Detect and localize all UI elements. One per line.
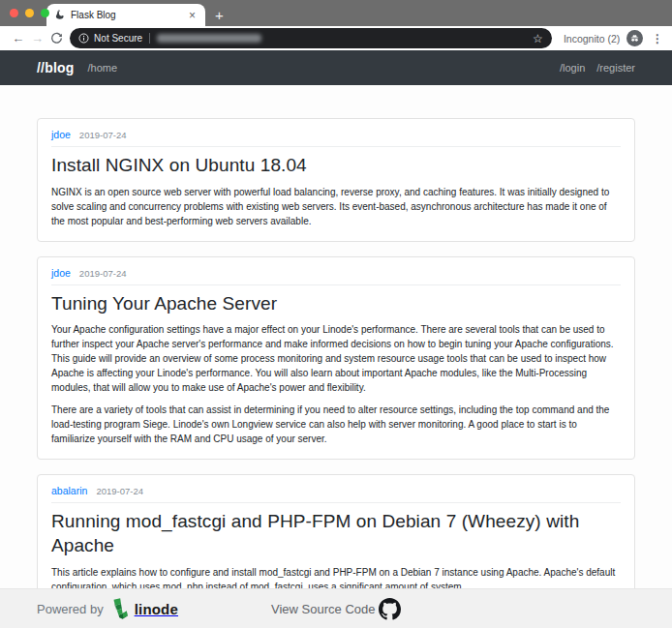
- post-paragraph: There are a variety of tools that can as…: [51, 403, 621, 446]
- post-title[interactable]: Install NGINX on Ubuntu 18.04: [51, 154, 621, 178]
- address-bar[interactable]: Not Secure ☆: [70, 28, 552, 48]
- post-title[interactable]: Running mod_fastcgi and PHP-FPM on Debia…: [51, 510, 594, 557]
- bookmark-star-icon[interactable]: ☆: [533, 33, 543, 45]
- window-controls: [10, 9, 49, 17]
- post-author-link[interactable]: abalarin: [51, 485, 87, 496]
- browser-tab[interactable]: Flask Blog ×: [46, 4, 205, 26]
- post-list: jdoe 2019-07-24 Install NGINX on Ubuntu …: [0, 85, 672, 628]
- forward-icon: →: [28, 32, 47, 45]
- post-meta-divider: [51, 284, 621, 285]
- github-link[interactable]: [379, 598, 401, 620]
- navbar-brand[interactable]: //blog: [37, 60, 75, 75]
- post-paragraph: Your Apache configuration settings have …: [51, 322, 621, 395]
- tab-title: Flask Blog: [71, 10, 187, 20]
- post-date: 2019-07-24: [79, 268, 127, 279]
- omnibox-divider: [149, 33, 150, 44]
- nav-link-home[interactable]: /home: [88, 62, 118, 74]
- post-date: 2019-07-24: [79, 130, 127, 140]
- post-card: jdoe 2019-07-24 Tuning Your Apache Serve…: [37, 256, 635, 461]
- linode-logo-icon: [111, 598, 131, 619]
- back-icon[interactable]: ←: [9, 32, 28, 45]
- nav-link-login[interactable]: /login: [560, 62, 585, 74]
- post-author-link[interactable]: jdoe: [51, 129, 71, 140]
- github-icon: [379, 598, 401, 620]
- info-icon[interactable]: [78, 33, 89, 44]
- browser-menu-icon[interactable]: ⋮: [652, 32, 663, 45]
- post-title[interactable]: Tuning Your Apache Server: [51, 292, 621, 316]
- page-footer: Powered by linode View Source Code: [0, 588, 672, 628]
- linode-wordmark: linode: [135, 601, 178, 617]
- view-source-label[interactable]: View Source Code: [271, 602, 375, 616]
- post-meta-divider: [51, 146, 621, 147]
- nav-link-register[interactable]: /register: [596, 62, 635, 74]
- powered-by-label: Powered by: [37, 602, 104, 616]
- linode-logo-link[interactable]: linode: [111, 598, 178, 619]
- window-close-button[interactable]: [10, 9, 18, 17]
- new-tab-icon[interactable]: +: [215, 8, 224, 22]
- post-card: jdoe 2019-07-24 Install NGINX on Ubuntu …: [37, 118, 635, 242]
- incognito-label: Incognito (2): [564, 33, 620, 45]
- post-date: 2019-07-24: [96, 486, 143, 496]
- window-minimize-button[interactable]: [25, 9, 34, 17]
- post-author-link[interactable]: jdoe: [51, 267, 71, 279]
- incognito-icon[interactable]: [626, 30, 643, 46]
- post-meta-divider: [51, 502, 621, 503]
- site-navbar: //blog /home /login /register: [0, 50, 672, 85]
- window-zoom-button[interactable]: [41, 9, 49, 17]
- flask-favicon-icon: [54, 10, 65, 20]
- post-paragraph: NGINX is an open source web server with …: [51, 185, 621, 228]
- tab-close-icon[interactable]: ×: [187, 10, 198, 21]
- security-label: Not Secure: [94, 33, 142, 44]
- url-redacted: [157, 34, 261, 43]
- reload-icon[interactable]: [46, 32, 66, 45]
- browser-toolbar: ← → Not Secure ☆ Incognito (2) ⋮: [0, 26, 672, 50]
- browser-tab-strip: Flask Blog × +: [0, 0, 672, 26]
